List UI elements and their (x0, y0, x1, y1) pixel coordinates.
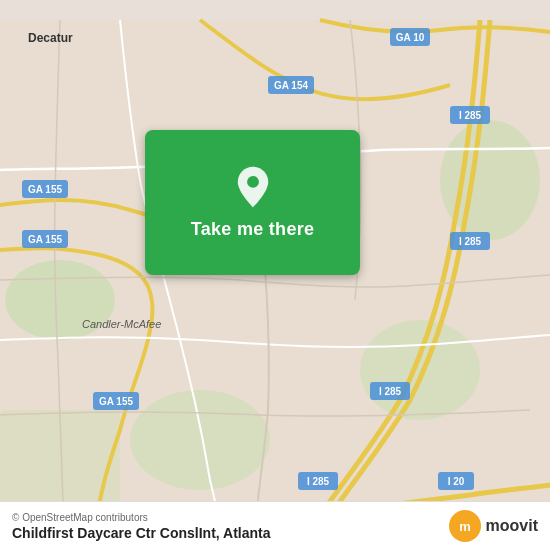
moovit-icon: m (449, 510, 481, 542)
svg-text:GA 155: GA 155 (99, 396, 134, 407)
location-name: Childfirst Daycare Ctr ConslInt, Atlanta (12, 525, 271, 541)
svg-point-29 (247, 176, 259, 188)
svg-point-4 (130, 390, 270, 490)
svg-text:I 20: I 20 (448, 476, 465, 487)
svg-text:GA 155: GA 155 (28, 184, 63, 195)
svg-text:Candler-McAfee: Candler-McAfee (82, 318, 161, 330)
take-me-there-card[interactable]: Take me there (145, 130, 360, 275)
map-background: GA 10 GA 154 I 285 GA 155 GA 155 I 285 C… (0, 0, 550, 550)
svg-text:GA 155: GA 155 (28, 234, 63, 245)
svg-text:GA 154: GA 154 (274, 80, 309, 91)
svg-text:I 285: I 285 (379, 386, 402, 397)
svg-text:Decatur: Decatur (28, 31, 73, 45)
svg-text:GA 10: GA 10 (396, 32, 425, 43)
bottom-bar: © OpenStreetMap contributors Childfirst … (0, 501, 550, 550)
svg-text:I 285: I 285 (459, 236, 482, 247)
moovit-logo[interactable]: m moovit (449, 510, 538, 542)
svg-text:I 285: I 285 (307, 476, 330, 487)
take-me-there-label: Take me there (191, 219, 315, 240)
bottom-left: © OpenStreetMap contributors Childfirst … (12, 512, 271, 541)
moovit-text: moovit (486, 517, 538, 535)
svg-text:m: m (459, 519, 471, 534)
map-container: GA 10 GA 154 I 285 GA 155 GA 155 I 285 C… (0, 0, 550, 550)
attribution-text: © OpenStreetMap contributors (12, 512, 271, 523)
location-pin-icon (231, 165, 275, 209)
svg-text:I 285: I 285 (459, 110, 482, 121)
svg-point-3 (360, 320, 480, 420)
